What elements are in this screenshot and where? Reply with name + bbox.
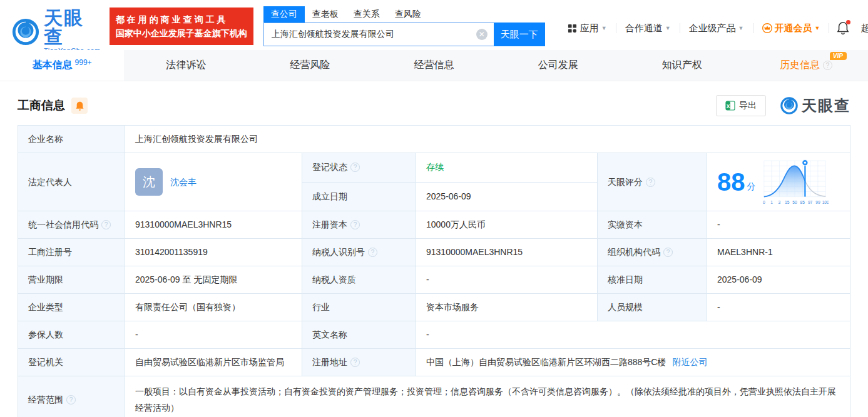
help-icon[interactable] <box>350 358 360 367</box>
export-label: 导出 <box>739 100 757 111</box>
divider <box>753 23 753 33</box>
search-tab-boss[interactable]: 查老板 <box>305 6 346 23</box>
field-value-legal-rep: 沈 沈会丰 <box>125 153 302 211</box>
help-icon[interactable] <box>66 395 76 404</box>
nav-account-label: 超级... <box>860 23 868 34</box>
notification-dot <box>846 20 850 24</box>
help-icon[interactable] <box>663 248 673 257</box>
nav-partner[interactable]: 合作通道 ▼ <box>625 23 671 34</box>
tab-operating-info[interactable]: 经营信息 <box>372 50 496 81</box>
help-icon[interactable] <box>646 178 655 187</box>
tab-history-label: 历史信息 <box>780 59 820 72</box>
tab-basic-label: 基本信息 <box>33 59 73 72</box>
business-scope-label-text: 经营范围 <box>28 393 63 406</box>
search-tab-relation[interactable]: 查关系 <box>346 6 387 23</box>
help-icon[interactable] <box>350 220 360 229</box>
help-icon[interactable] <box>101 220 111 229</box>
chevron-down-icon: ▼ <box>601 25 607 31</box>
legal-rep-avatar[interactable]: 沈 <box>135 168 163 196</box>
tianyancha-swirl-icon <box>780 96 799 115</box>
field-label-establish-date: 成立日期 <box>302 183 416 212</box>
field-label-score: 天眼评分 <box>598 153 707 211</box>
field-value-credit-code: 91310000MAEL3HNR15 <box>125 211 302 239</box>
section-title: 工商信息 <box>18 98 65 114</box>
field-value-reg-number: 310142001135919 <box>125 239 302 266</box>
tab-ip-label: 知识产权 <box>662 59 702 72</box>
tab-history-info[interactable]: VIP 历史信息 <box>744 50 868 81</box>
logo-text: 天眼查 TianYanCha.com <box>44 9 101 54</box>
field-label-company-type: 企业类型 <box>18 294 125 321</box>
nav-partner-label: 合作通道 <box>625 23 663 34</box>
divider <box>829 23 829 33</box>
business-info-table: 企业名称 上海汇创领航投资发展有限公司 法定代表人 沈 沈会丰 登记状态 存续 … <box>18 125 850 417</box>
tab-risk-label: 经营风险 <box>290 59 330 72</box>
tab-intellectual-property[interactable]: 知识产权 <box>620 50 744 81</box>
field-label-reg-number: 工商注册号 <box>18 239 125 266</box>
help-icon[interactable] <box>350 163 360 172</box>
field-label-staff-size: 人员规模 <box>598 294 707 321</box>
help-icon[interactable] <box>368 248 377 257</box>
search-tab-risk[interactable]: 查风险 <box>387 6 429 23</box>
field-value-score: 88 分 0 <box>707 153 850 211</box>
divider <box>680 23 680 33</box>
nav-apps[interactable]: 应用 ▼ <box>568 23 607 34</box>
reg-capital-label-text: 注册资本 <box>312 218 347 231</box>
clear-search-icon[interactable]: ✕ <box>476 29 488 40</box>
svg-text:15: 15 <box>784 200 789 204</box>
nav-open-vip-label: 开通会员 <box>775 23 812 34</box>
field-label-credit-code: 统一社会信用代码 <box>18 211 125 239</box>
tab-basic-badge: 999+ <box>75 58 92 67</box>
score-marker-dot-inner <box>804 162 805 164</box>
tab-company-development[interactable]: 公司发展 <box>496 50 620 81</box>
tab-operating-risk[interactable]: 经营风险 <box>248 50 372 81</box>
credit-code-label-text: 统一社会信用代码 <box>28 218 98 231</box>
search-input[interactable] <box>263 23 494 46</box>
curve-right <box>805 181 825 196</box>
site-logo[interactable]: 天眼查 TianYanCha.com <box>11 9 101 54</box>
top-nav: 应用 ▼ 合作通道 ▼ 企业级产品 ▼ 开通会员 ▼ <box>561 21 868 35</box>
score-unit: 分 <box>747 180 756 193</box>
legal-rep-link[interactable]: 沈会丰 <box>170 176 197 189</box>
search-tabs: 查公司 查老板 查关系 查风险 <box>263 5 545 23</box>
nav-enterprise[interactable]: 企业级产品 ▼ <box>689 23 744 34</box>
field-label-paid-capital: 实缴资本 <box>598 211 707 239</box>
vip-badge: VIP <box>830 52 847 60</box>
tab-legal-label: 法律诉讼 <box>166 59 206 72</box>
search-tab-company[interactable]: 查公司 <box>263 6 305 23</box>
field-value-approval-date: 2025-06-09 <box>707 266 850 294</box>
section-actions: X 导出 天眼查 <box>716 95 850 116</box>
field-label-business-scope: 经营范围 <box>18 376 125 417</box>
nav-open-vip[interactable]: 开通会员 ▼ <box>762 23 820 34</box>
tab-legal[interactable]: 法律诉讼 <box>124 50 248 81</box>
field-label-legal-rep: 法定代表人 <box>18 153 125 211</box>
chevron-down-icon: ▼ <box>738 25 744 31</box>
field-value-reg-capital: 10000万人民币 <box>416 211 598 239</box>
slogan-line1: 都在用的商业查询工具 <box>116 13 247 26</box>
watermark-logo: 天眼查 <box>780 96 850 116</box>
nav-account[interactable]: 超级... ▼ <box>860 23 868 34</box>
field-value-establish-date: 2025-06-09 <box>416 183 598 212</box>
reg-address-text: 中国（上海）自由贸易试验区临港新片区环湖西二路888号C楼 <box>426 356 666 369</box>
tab-basic-info[interactable]: 基本信息 999+ <box>0 50 124 81</box>
field-value-org-code: MAEL3HNR-1 <box>707 239 850 266</box>
search-button[interactable]: 天眼一下 <box>494 23 545 46</box>
field-label-taxpayer-quality: 纳税人资质 <box>302 266 416 294</box>
divider <box>616 23 616 33</box>
notification-bell-icon[interactable] <box>837 21 849 35</box>
field-label-business-term: 营业期限 <box>18 266 125 294</box>
org-code-label-text: 组织机构代码 <box>608 246 660 259</box>
score-bell-curve-chart: 0 1 3 15 50 85 97 99 100 <box>761 157 829 207</box>
export-button[interactable]: X 导出 <box>716 95 766 116</box>
slogan-line2: 国家中小企业发展子基金旗下机构 <box>116 26 247 40</box>
field-label-reg-address: 注册地址 <box>302 349 416 376</box>
svg-text:97: 97 <box>807 200 812 204</box>
nav-apps-label: 应用 <box>580 23 599 34</box>
field-label-taxpayer-id: 纳税人识别号 <box>302 239 416 266</box>
svg-text:X: X <box>727 103 730 109</box>
monitor-bell-icon[interactable] <box>71 98 88 114</box>
reg-address-label-text: 注册地址 <box>312 356 347 369</box>
svg-text:50: 50 <box>792 200 797 204</box>
taxpayer-id-label-text: 纳税人识别号 <box>312 246 365 259</box>
help-icon[interactable] <box>823 61 832 70</box>
nearby-companies-link[interactable]: 附近公司 <box>672 356 707 369</box>
